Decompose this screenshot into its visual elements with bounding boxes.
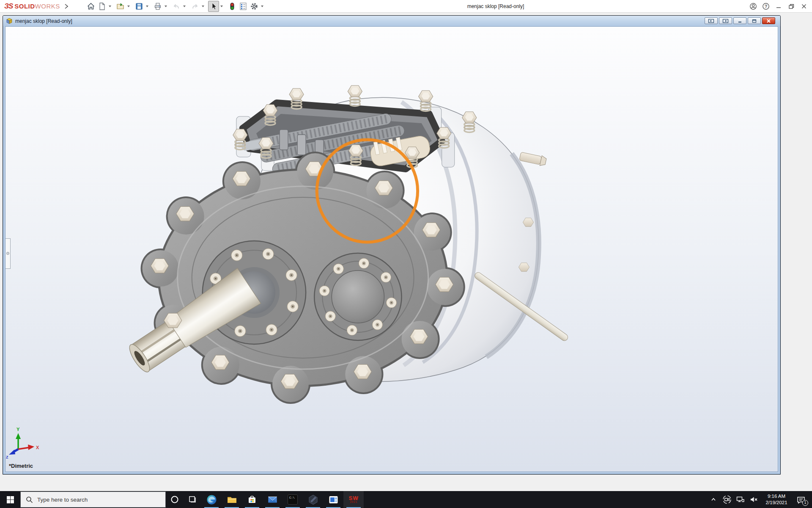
svg-text:?: ?	[765, 4, 767, 9]
options-dropdown[interactable]	[260, 1, 265, 12]
file-properties-button[interactable]	[238, 1, 249, 12]
photos-app-icon	[328, 494, 339, 505]
document-close-icon	[765, 19, 772, 23]
options-button[interactable]	[249, 1, 260, 12]
action-center-button[interactable]: 1	[793, 491, 809, 508]
save-dropdown[interactable]	[145, 1, 150, 12]
pane-tab-handle	[6, 252, 9, 255]
close-button[interactable]	[798, 0, 810, 12]
open-button[interactable]	[115, 1, 126, 12]
document-titlebar[interactable]: menjac sklop [Read-only]	[3, 16, 780, 26]
volume-muted-icon	[749, 495, 759, 504]
cortana-button[interactable]	[166, 491, 184, 508]
windows-logo-icon	[7, 496, 14, 503]
new-document-icon	[98, 2, 106, 11]
clock-date: 2/19/2021	[761, 500, 792, 506]
account-button[interactable]	[747, 0, 760, 12]
document-title: menjac sklop [Read-only]	[15, 18, 72, 24]
print-button[interactable]	[152, 1, 163, 12]
svg-text:X: X	[36, 445, 39, 450]
chevron-up-icon	[710, 496, 717, 503]
traffic-light-rebuild-icon	[228, 2, 236, 11]
document-minimize-button[interactable]	[733, 17, 746, 24]
feature-tree-collapsed-tab[interactable]	[5, 238, 11, 269]
save-button[interactable]	[134, 1, 145, 12]
quick-access-toolbar	[85, 1, 267, 12]
redo-button[interactable]	[189, 1, 200, 12]
solidworks-taskbar-icon: SW 2021	[349, 496, 359, 503]
print-icon	[154, 2, 162, 11]
graphics-area[interactable]: Y X Z *Dimetric	[5, 26, 778, 472]
taskbar-search-input[interactable]: Type here to search	[20, 491, 166, 508]
command-prompt-icon: C:\	[288, 494, 298, 505]
taskbar-icon-command-prompt[interactable]: C:\	[283, 491, 303, 508]
file-properties-icon	[239, 2, 247, 11]
home-button[interactable]	[85, 1, 96, 12]
meet-now-button[interactable]	[721, 491, 733, 508]
select-tool-dropdown[interactable]	[219, 1, 224, 12]
pane-left-icon	[708, 19, 714, 23]
close-icon	[801, 3, 807, 10]
taskbar-icon-photos[interactable]	[323, 491, 343, 508]
restore-button[interactable]	[785, 0, 798, 12]
mail-icon	[267, 494, 278, 505]
open-dropdown[interactable]	[126, 1, 131, 12]
pane-right-button[interactable]	[719, 17, 732, 24]
taskbar-icon-solidworks[interactable]: SW 2021	[343, 491, 364, 508]
taskbar-icon-hexagon-app[interactable]	[303, 491, 323, 508]
start-button[interactable]	[0, 491, 20, 508]
open-folder-icon	[116, 2, 125, 11]
minimize-button[interactable]	[772, 0, 785, 12]
new-document-button[interactable]	[96, 1, 107, 12]
task-view-button[interactable]	[184, 491, 201, 508]
document-window-controls	[705, 17, 775, 24]
volume-button[interactable]	[748, 491, 760, 508]
ethernet-network-icon	[736, 495, 745, 504]
svg-text:Z: Z	[6, 455, 8, 459]
undo-button[interactable]	[171, 1, 182, 12]
document-window: menjac sklop [Read-only]	[3, 15, 781, 475]
model-viewport[interactable]: Y X Z *Dimetric	[5, 27, 778, 472]
select-cursor-icon	[209, 2, 218, 11]
help-button[interactable]: ?	[760, 0, 772, 12]
clock-time: 9:16 AM	[761, 493, 792, 500]
redo-dropdown[interactable]	[200, 1, 206, 12]
taskbar-icon-microsoft-store[interactable]	[242, 491, 262, 508]
svg-text:Y: Y	[16, 427, 20, 432]
screen: ЗS SOLIDWORKS	[0, 0, 812, 508]
taskbar-icon-mail[interactable]	[262, 491, 283, 508]
document-restore-icon	[751, 19, 757, 23]
taskbar-clock[interactable]: 9:16 AM 2/19/2021	[761, 493, 792, 506]
new-document-dropdown[interactable]	[107, 1, 112, 12]
select-tool-button[interactable]	[208, 1, 219, 12]
pane-left-button[interactable]	[705, 17, 718, 24]
taskbar-icon-file-explorer[interactable]	[222, 491, 242, 508]
app-window-controls: ?	[747, 0, 810, 13]
solidworks-logo: ЗS SOLIDWORKS	[4, 2, 60, 11]
hexagon-app-icon	[308, 494, 318, 505]
redo-icon	[191, 2, 199, 11]
minimize-icon	[775, 3, 782, 10]
edge-icon	[206, 494, 217, 505]
search-placeholder: Type here to search	[37, 497, 88, 503]
undo-dropdown[interactable]	[182, 1, 187, 12]
file-explorer-icon	[227, 494, 237, 505]
print-dropdown[interactable]	[163, 1, 168, 12]
app-titlebar: ЗS SOLIDWORKS	[0, 0, 812, 13]
menu-expand-arrow-icon[interactable]	[64, 4, 69, 9]
microsoft-store-icon	[247, 494, 257, 505]
network-button[interactable]	[734, 491, 747, 508]
rebuild-button[interactable]	[227, 1, 238, 12]
cortana-icon	[170, 495, 179, 504]
gear-icon	[250, 2, 258, 11]
taskbar-icon-edge[interactable]	[201, 491, 222, 508]
meet-now-camera-icon	[722, 495, 732, 504]
undo-icon	[172, 2, 181, 11]
hidden-icons-chevron[interactable]	[707, 491, 720, 508]
document-close-button[interactable]	[762, 17, 775, 24]
document-restore-button[interactable]	[748, 17, 761, 24]
windows-taskbar: Type here to search C:\	[0, 491, 812, 508]
gearbox-3d-model[interactable]: Y X Z	[5, 27, 778, 472]
notification-badge: 1	[802, 500, 808, 506]
system-tray: 9:16 AM 2/19/2021 1	[707, 491, 812, 508]
